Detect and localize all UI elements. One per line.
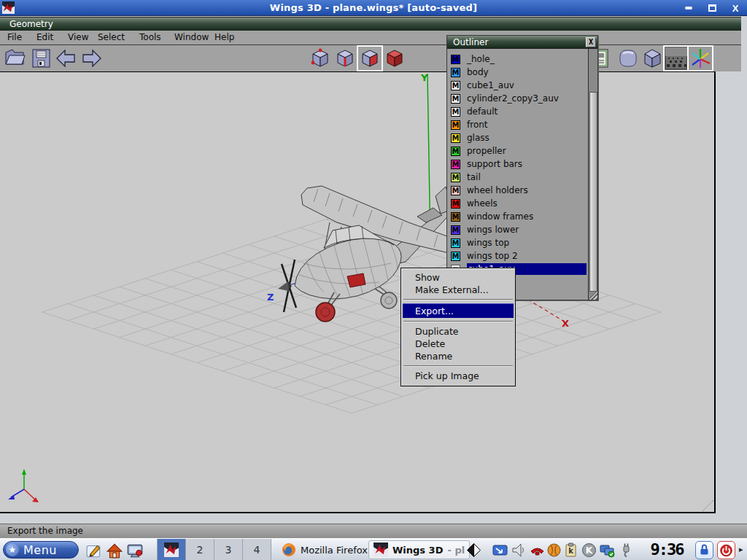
outliner-scrollbar-thumb[interactable] — [589, 92, 597, 292]
material-swatch[interactable]: M — [451, 186, 460, 195]
material-swatch[interactable]: M — [451, 238, 460, 248]
menu-item-delete[interactable]: Delete — [401, 338, 515, 350]
material-swatch[interactable]: M — [451, 173, 460, 182]
smooth-shading-button[interactable] — [616, 47, 640, 70]
outliner-item[interactable]: Mwheels — [447, 197, 588, 210]
task-firefox[interactable]: Mozilla Firefox — [277, 540, 372, 559]
material-swatch[interactable]: M — [451, 225, 460, 235]
close-button[interactable]: X — [729, 2, 741, 14]
menu-window[interactable]: Window — [174, 32, 209, 42]
network-monitors-tray-icon[interactable] — [600, 542, 615, 558]
show-groundplane-button[interactable] — [665, 47, 688, 70]
workspace-pager: 2 3 4 — [157, 539, 271, 560]
geometry-viewport[interactable]: Y X Z — [0, 71, 716, 513]
lock-session-button[interactable] — [695, 541, 713, 559]
material-swatch[interactable]: M — [451, 133, 460, 143]
outliner-titlebar[interactable]: Outliner X — [447, 36, 597, 49]
taskbar-clock: 9:36 — [645, 540, 689, 559]
material-swatch[interactable]: M — [451, 107, 460, 117]
vertex-mode-button[interactable] — [309, 47, 332, 70]
shutdown-button[interactable] — [717, 541, 735, 559]
toolbar — [0, 45, 741, 71]
menu-help[interactable]: Help — [214, 32, 234, 42]
outliner-item[interactable]: Mwindow frames — [447, 210, 588, 223]
open-button[interactable] — [4, 47, 27, 70]
menu-select[interactable]: Select — [98, 32, 125, 42]
undo-button[interactable] — [55, 47, 78, 70]
outliner-item[interactable]: Mwings lower — [447, 223, 588, 236]
outliner-context-menu: Show Make External... Export... Duplicat… — [400, 268, 516, 386]
flat-shading-button[interactable] — [640, 47, 664, 70]
material-swatch[interactable]: M — [451, 68, 460, 77]
task-wings3d[interactable]: Wings 3D - pl — [368, 540, 470, 559]
fuselage — [295, 238, 401, 299]
geometry-window-label: Geometry — [9, 19, 53, 29]
outliner-item[interactable]: M_hole_ — [447, 52, 588, 66]
menu-item-make-external[interactable]: Make External... — [401, 284, 515, 296]
desktop-sharing-launcher-icon[interactable] — [126, 542, 144, 559]
menu-item-show[interactable]: Show — [401, 271, 515, 284]
material-swatch[interactable]: M — [451, 252, 460, 261]
workspace-3[interactable]: 3 — [214, 539, 243, 560]
home-launcher-icon[interactable] — [106, 542, 123, 559]
edge-mode-button[interactable] — [333, 47, 357, 70]
workspace-4[interactable]: 4 — [243, 539, 271, 560]
material-swatch[interactable]: M — [451, 120, 460, 130]
save-button[interactable] — [30, 47, 53, 70]
workspace-1[interactable] — [158, 539, 186, 560]
material-swatch[interactable]: M — [451, 212, 460, 222]
volume-tray-icon[interactable] — [511, 542, 527, 558]
outliner-scrollbar[interactable] — [588, 49, 597, 300]
body-mode-button[interactable] — [383, 47, 406, 70]
menu-item-pick-up-image[interactable]: Pick up Image — [401, 370, 515, 382]
menu-file[interactable]: File — [7, 32, 22, 42]
material-swatch[interactable]: M — [451, 81, 460, 90]
outliner-item[interactable]: Mglass — [447, 131, 588, 144]
panel-expand-arrow-icon[interactable]: ▸ — [739, 545, 743, 554]
outliner-item[interactable]: Mfront — [447, 118, 588, 131]
outliner-list: M_hole_ Mbody Mcube1_auv Mcylinder2_copy… — [447, 49, 588, 300]
workspace-2[interactable]: 2 — [186, 539, 214, 560]
material-swatch[interactable]: M — [451, 199, 460, 209]
outliner-item[interactable]: Mcylinder2_copy3_auv — [447, 92, 588, 105]
material-swatch[interactable]: M — [451, 55, 460, 64]
kde-menu-button[interactable]: ★ Menu — [3, 541, 79, 559]
menu-tools[interactable]: Tools — [139, 32, 161, 42]
notes-launcher-icon[interactable] — [85, 542, 103, 559]
geometry-window-header[interactable]: Geometry — [0, 17, 741, 31]
minimize-button[interactable] — [683, 2, 694, 14]
outliner-item[interactable]: Mdefault — [447, 105, 588, 118]
redo-button[interactable] — [80, 47, 103, 70]
outliner-close-icon[interactable]: X — [586, 37, 596, 47]
outliner-item[interactable]: Mwheel holders — [447, 184, 588, 197]
outliner-item[interactable]: Mwings top 2 — [447, 249, 588, 262]
klipper-tray-icon[interactable]: k — [563, 542, 578, 558]
outliner-item[interactable]: Mcube1_auv — [447, 79, 588, 92]
phone-tray-icon[interactable] — [530, 542, 545, 558]
material-swatch[interactable]: M — [451, 147, 460, 156]
remote-display-tray-icon[interactable] — [492, 542, 508, 558]
coffee-tray-icon[interactable] — [546, 542, 562, 558]
menu-item-rename[interactable]: Rename — [401, 350, 515, 362]
outliner-item[interactable]: Mwings top — [447, 236, 588, 249]
show-axes-button[interactable] — [689, 47, 712, 70]
face-mode-button[interactable] — [358, 47, 382, 70]
menu-item-duplicate[interactable]: Duplicate — [401, 325, 515, 338]
menu-item-export[interactable]: Export... — [403, 303, 514, 318]
outliner-item[interactable]: Msupport bars — [447, 158, 588, 171]
k-app-tray-icon[interactable]: K — [581, 542, 597, 558]
window-titlebar[interactable]: Wings 3D - plane.wings* [auto-saved] X — [0, 0, 747, 16]
status-text: Export the image — [7, 526, 83, 536]
power-plug-tray-icon[interactable] — [619, 542, 634, 558]
outliner-window[interactable]: Outliner X M_hole_ Mbody Mcube1_auv Mcyl… — [446, 35, 598, 300]
maximize-button[interactable] — [706, 2, 718, 14]
outliner-item[interactable]: Mbody — [447, 66, 588, 79]
menu-view[interactable]: View — [68, 32, 88, 42]
outliner-item[interactable]: Mtail — [447, 171, 588, 184]
menu-edit[interactable]: Edit — [36, 32, 53, 42]
outliner-item[interactable]: Mpropeller — [447, 144, 588, 158]
material-swatch[interactable]: M — [451, 94, 460, 104]
contrast-tray-icon[interactable] — [466, 542, 481, 558]
mini-axes-icon — [8, 469, 39, 502]
material-swatch[interactable]: M — [451, 160, 460, 169]
